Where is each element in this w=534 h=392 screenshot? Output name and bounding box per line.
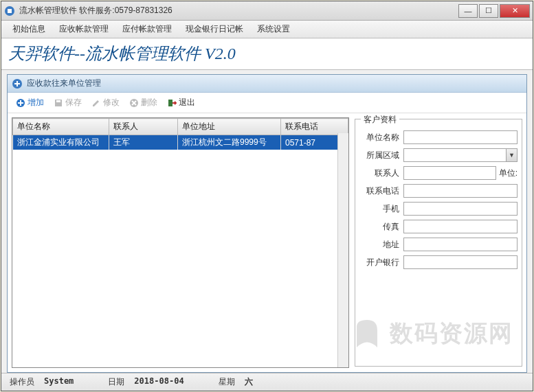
fieldset-legend: 客户资料 <box>361 114 399 126</box>
label-unit-name: 单位名称 <box>359 132 399 143</box>
minimize-button[interactable]: — <box>458 4 478 18</box>
menu-receivable[interactable]: 应收帐款管理 <box>52 21 115 38</box>
input-region[interactable]: ▼ <box>403 148 518 162</box>
body-split: 单位名称 联系人 单位地址 联系电话 浙江金浦实业有限公司 王军 浙江杭州文二路… <box>8 113 526 372</box>
main-window: 流水帐管理软件 软件服务:0579-87831326 — ☐ ✕ 初始信息 应收… <box>1 1 533 391</box>
content-area: 应收款往来单位管理 增加 保存 修改 删除 <box>1 70 533 373</box>
col-unit-name[interactable]: 单位名称 <box>13 119 109 135</box>
label-contact: 联系人 <box>359 168 399 179</box>
plus-icon <box>16 98 25 108</box>
input-contact[interactable] <box>403 166 496 180</box>
label-mobile: 手机 <box>359 203 399 215</box>
label-fax: 传真 <box>359 221 399 233</box>
app-icon <box>4 5 15 16</box>
delete-button[interactable]: 删除 <box>125 95 162 111</box>
status-date-label: 日期 <box>108 376 124 388</box>
input-bank[interactable] <box>403 255 518 269</box>
svg-rect-7 <box>168 100 173 106</box>
status-operator-label: 操作员 <box>10 376 34 388</box>
col-contact[interactable]: 联系人 <box>109 119 178 135</box>
edit-icon <box>91 98 101 108</box>
subwindow-icon <box>12 78 23 89</box>
subwindow-titlebar: 应收款往来单位管理 <box>8 75 526 93</box>
customer-fieldset: 客户资料 单位名称 所属区域 ▼ <box>355 119 522 367</box>
status-date-value: 2018-08-04 <box>134 376 183 388</box>
chevron-down-icon[interactable]: ▼ <box>506 149 517 161</box>
grid-wrap: 单位名称 联系人 单位地址 联系电话 浙江金浦实业有限公司 王军 浙江杭州文二路… <box>8 113 353 372</box>
label-address: 地址 <box>359 239 399 251</box>
input-mobile[interactable] <box>403 202 518 216</box>
status-week-value: 六 <box>245 376 253 388</box>
status-week-label: 星期 <box>219 376 235 388</box>
statusbar: 操作员 System 日期 2018-08-04 星期 六 <box>1 373 533 391</box>
data-grid[interactable]: 单位名称 联系人 单位地址 联系电话 浙江金浦实业有限公司 王军 浙江杭州文二路… <box>12 117 349 368</box>
input-unit-name[interactable] <box>403 130 518 144</box>
window-title: 流水帐管理软件 软件服务:0579-87831326 <box>19 5 458 16</box>
label-phone: 联系电话 <box>359 185 399 197</box>
table-row[interactable]: 浙江金浦实业有限公司 王军 浙江杭州文二路9999号 0571-87 <box>13 135 348 150</box>
maximize-button[interactable]: ☐ <box>479 4 498 18</box>
grid-header-row: 单位名称 联系人 单位地址 联系电话 <box>13 119 348 135</box>
label-region: 所属区域 <box>359 150 399 161</box>
svg-rect-1 <box>8 9 12 13</box>
menu-settings[interactable]: 系统设置 <box>250 21 297 38</box>
menu-initial-info[interactable]: 初始信息 <box>5 21 52 38</box>
delete-icon <box>129 98 139 108</box>
input-phone[interactable] <box>403 184 518 198</box>
menu-payable[interactable]: 应付帐款管理 <box>115 21 179 38</box>
exit-button[interactable]: 退出 <box>163 95 199 111</box>
subwindow-title: 应收款往来单位管理 <box>27 78 101 89</box>
col-address[interactable]: 单位地址 <box>178 119 281 135</box>
grid-scrollbar[interactable] <box>337 133 348 367</box>
cell-contact: 王军 <box>109 135 178 150</box>
menubar: 初始信息 应收帐款管理 应付帐款管理 现金银行日记帐 系统设置 <box>1 21 533 38</box>
app-title-banner: 天羿软件--流水帐管理软件 V2.0 <box>1 38 533 70</box>
label-unit-trail: 单位: <box>499 168 518 179</box>
menu-cashbank[interactable]: 现金银行日记帐 <box>179 21 250 38</box>
status-operator-value: System <box>44 376 74 388</box>
window-buttons: — ☐ ✕ <box>458 4 530 18</box>
edit-button[interactable]: 修改 <box>87 95 124 111</box>
add-button[interactable]: 增加 <box>12 95 48 111</box>
toolbar: 增加 保存 修改 删除 退出 <box>8 93 526 113</box>
form-panel: 客户资料 单位名称 所属区域 ▼ <box>353 113 526 372</box>
svg-rect-5 <box>56 100 60 102</box>
close-button[interactable]: ✕ <box>500 4 530 18</box>
cell-address: 浙江杭州文二路9999号 <box>178 135 281 150</box>
label-bank: 开户银行 <box>359 257 399 268</box>
col-phone[interactable]: 联系电话 <box>281 119 348 135</box>
subwindow: 应收款往来单位管理 增加 保存 修改 删除 <box>7 74 527 373</box>
save-icon <box>54 98 63 108</box>
input-address[interactable] <box>403 238 518 251</box>
exit-icon <box>167 98 177 108</box>
titlebar: 流水帐管理软件 软件服务:0579-87831326 — ☐ ✕ <box>1 1 533 21</box>
cell-unit-name: 浙江金浦实业有限公司 <box>13 135 109 150</box>
save-button[interactable]: 保存 <box>49 95 86 111</box>
input-fax[interactable] <box>403 220 518 233</box>
